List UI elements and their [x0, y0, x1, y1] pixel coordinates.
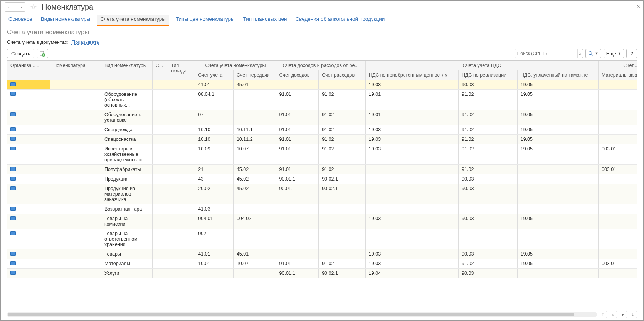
search-input[interactable] [515, 51, 577, 56]
col-header-nom[interactable]: Номенклатура [50, 61, 101, 80]
nav-back-button[interactable]: ← [5, 3, 15, 11]
cell: Возвратная тара [101, 204, 152, 214]
horizontal-scrollbar[interactable] [7, 312, 597, 317]
tab-0[interactable]: Основное [7, 15, 34, 26]
col-header-sd[interactable]: Счет доходов [276, 70, 319, 80]
scroll-bottom-button[interactable]: ⤓ [629, 311, 637, 318]
col-header-tip[interactable]: Тип склада [168, 61, 195, 80]
table-row[interactable]: Оборудование к установке0791.0191.0219.0… [7, 110, 637, 125]
scroll-up-button[interactable]: ▲ [609, 311, 617, 318]
col-group-scheta2[interactable]: Счет... [598, 61, 637, 70]
record-icon [10, 137, 16, 141]
col-header-org[interactable]: Организа...↓ [7, 61, 50, 80]
cell [598, 184, 637, 204]
cell: 19.03 [365, 214, 458, 229]
cell: 19.03 [365, 135, 458, 144]
tab-4[interactable]: Тип плановых цен [242, 15, 289, 26]
info-link[interactable]: Показывать [72, 39, 99, 45]
table-row[interactable]: Продукция4345.0290.01.190.02.190.03 [7, 174, 637, 184]
cell [7, 80, 50, 90]
table-row[interactable]: Товары41.0145.0119.0390.0319.05 [7, 249, 637, 259]
cell: 10.11.1 [233, 125, 276, 135]
cell: 20.02 [195, 184, 234, 204]
cell: 21 [195, 165, 234, 174]
cell: 45.02 [233, 184, 276, 204]
tab-3[interactable]: Типы цен номенклатуры [174, 15, 236, 26]
record-icon [10, 147, 16, 150]
cell: 91.02 [459, 90, 518, 110]
cell [517, 174, 598, 184]
table-row[interactable]: Товары на ответственном хранении002 [7, 229, 637, 249]
record-icon [10, 252, 16, 256]
cell [152, 144, 168, 165]
cell [7, 135, 50, 144]
scrollbar-thumb[interactable] [8, 313, 574, 316]
more-label: Еще [606, 51, 616, 57]
record-icon [10, 167, 16, 171]
cell: 19.05 [517, 80, 598, 90]
nav-forward-button[interactable]: → [15, 3, 25, 11]
table-row[interactable]: Спецоснастка10.1010.11.291.0191.0219.039… [7, 135, 637, 144]
table-row[interactable]: Продукция из материалов заказчика20.0245… [7, 184, 637, 204]
cell [152, 80, 168, 90]
col-group-dohod[interactable]: Счета доходов и расходов от ре... [276, 61, 365, 70]
svg-point-2 [589, 52, 592, 55]
cell: 90.03 [459, 80, 518, 90]
tab-2[interactable]: Счета учета номенклатуры [97, 15, 169, 26]
table-row[interactable]: Материалы10.0110.0791.0191.0219.0391.021… [7, 259, 637, 269]
col-header-nds2[interactable]: НДС по реализации [459, 70, 518, 80]
cell: 91.02 [319, 125, 366, 135]
col-header-mat[interactable]: Материалы заказчика [598, 70, 637, 80]
cell: 10.10 [195, 125, 234, 135]
col-header-sp[interactable]: Счет передачи [233, 70, 276, 80]
col-header-su[interactable]: Счет учета [195, 70, 234, 80]
table-row[interactable]: Оборудование (объекты основных...08.04.1… [7, 90, 637, 110]
table-row[interactable]: Услуги90.01.190.02.119.0490.03 [7, 269, 637, 278]
col-group-scheta[interactable]: Счета учета номенклатуры [195, 61, 276, 70]
table-row[interactable]: Спецодежда10.1010.11.191.0191.0219.0391.… [7, 125, 637, 135]
col-header-s[interactable]: С... [152, 61, 168, 80]
create-copy-button[interactable] [37, 49, 48, 58]
col-group-nds[interactable]: Счета учета НДС [365, 61, 598, 70]
close-button[interactable]: × [637, 3, 640, 10]
cell [598, 90, 637, 110]
cell [365, 204, 458, 214]
cell: Продукция [101, 174, 152, 184]
cell: 45.01 [233, 249, 276, 259]
tab-5[interactable]: Сведения об алкогольной продукции [294, 15, 386, 26]
cell [7, 165, 50, 174]
record-icon [10, 207, 16, 211]
col-header-sr[interactable]: Счет расходов [319, 70, 366, 80]
table-row[interactable]: Возвратная тара41.03 [7, 204, 637, 214]
cell [152, 125, 168, 135]
scroll-top-button[interactable]: ⤒ [599, 311, 607, 318]
cell: 003.01 [598, 165, 637, 174]
col-header-vid[interactable]: Вид номенклатуры [101, 61, 152, 80]
more-button[interactable]: Еще ▼ [604, 49, 624, 58]
cell: 10.11.2 [233, 135, 276, 144]
table-scroll[interactable]: Организа...↓ Номенклатура Вид номенклату… [7, 61, 637, 309]
search-clear-button[interactable]: × [577, 49, 583, 58]
table-row[interactable]: Полуфабрикаты2145.0291.0191.0291.02003.0… [7, 165, 637, 174]
table-row[interactable]: Товары на комиссии004.01004.0219.0390.03… [7, 214, 637, 229]
col-header-nds3[interactable]: НДС, уплаченный на таможне [517, 70, 598, 80]
cell: 91.02 [459, 110, 518, 125]
tab-1[interactable]: Виды номенклатуры [39, 15, 92, 26]
help-button[interactable]: ? [626, 49, 637, 58]
cell [319, 204, 366, 214]
tabs: ОсновноеВиды номенклатурыСчета учета ном… [1, 12, 643, 26]
cell [365, 229, 458, 249]
cell: 91.01 [276, 125, 319, 135]
table-row[interactable]: 41.0145.0119.0390.0319.05 [7, 80, 637, 90]
cell [365, 165, 458, 174]
cell: 91.01 [276, 259, 319, 269]
search-button[interactable]: ▼ [585, 49, 601, 58]
scroll-down-button[interactable]: ▼ [619, 311, 627, 318]
favorite-star-icon[interactable]: ☆ [30, 2, 37, 12]
col-header-nds1[interactable]: НДС по приобретенным ценностям [365, 70, 458, 80]
table-row[interactable]: Инвентарь и хозяйственные принадлежности… [7, 144, 637, 165]
chevron-down-icon: ▼ [595, 52, 599, 55]
titlebar: ← → ☆ Номенклатура [1, 1, 643, 12]
cell: Полуфабрикаты [101, 165, 152, 174]
create-button[interactable]: Создать [7, 49, 34, 58]
